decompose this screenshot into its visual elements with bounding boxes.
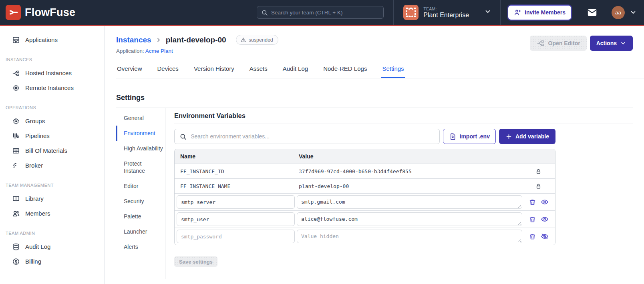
show-value-button[interactable] [541,215,549,223]
lock-icon [521,183,555,190]
sidebar-item-label: Audit Log [25,243,50,250]
settings-nav-environment[interactable]: Environment [116,126,164,141]
sidebar-section-instances: INSTANCES [0,57,105,62]
env-value-textarea[interactable]: alice@flowfuse.com [297,212,522,226]
show-value-button[interactable] [541,198,549,206]
settings-nav-general[interactable]: General [116,110,164,126]
env-value: 37f7d969-97cd-4000-b650-b3d4f4eef855 [299,168,521,174]
tab-node-red-logs[interactable]: Node-RED Logs [322,63,368,78]
sidebar-item-audit-log[interactable]: Audit Log [0,239,105,254]
breadcrumb-instances-link[interactable]: Instances [116,36,151,44]
column-header-value: Value [299,153,555,160]
hide-value-button[interactable] [541,232,549,240]
delete-variable-button[interactable] [529,233,536,240]
add-variable-button[interactable]: Add variable [499,129,555,144]
search-icon [179,133,187,140]
search-icon [261,9,268,16]
user-menu[interactable]: aa [605,6,644,19]
status-badge-label: suspended [249,37,273,43]
env-value-textarea[interactable]: smtp.gmail.com [297,195,522,209]
settings-nav-editor[interactable]: Editor [116,178,164,194]
actions-button[interactable]: Actions [590,36,633,51]
application-link[interactable]: Acme Plant [145,48,173,54]
table-row: FF_INSTANCE_ID 37f7d969-97cd-4000-b650-b… [175,164,555,178]
import-env-label: Import .env [460,133,490,140]
library-icon [12,195,20,203]
sidebar-item-remote-instances[interactable]: Remote Instances [0,80,105,95]
eye-off-icon [541,232,549,240]
env-search-input[interactable] [191,133,434,140]
team-search[interactable] [257,6,384,19]
sidebar-item-label: Billing [25,258,41,265]
sidebar-item-pipelines[interactable]: Pipelines [0,128,105,143]
tab-settings[interactable]: Settings [381,63,405,78]
table-header: Name Value [175,149,555,164]
trash-icon [529,198,536,206]
delete-variable-button[interactable] [529,216,536,223]
open-editor-button[interactable]: Open Editor [530,36,587,51]
user-add-icon [514,9,521,16]
sidebar-section-operations: OPERATIONS [0,105,105,110]
bill-of-materials-icon [12,147,20,155]
team-search-input[interactable] [271,10,379,16]
sidebar-item-library[interactable]: Library [0,191,105,206]
plus-icon [505,133,512,140]
sidebar-item-billing[interactable]: Billing [0,254,105,269]
settings-nav-alerts[interactable]: Alerts [116,239,164,254]
open-editor-label: Open Editor [548,40,580,46]
notifications-button[interactable] [587,7,598,18]
team-avatar [403,5,419,20]
status-badge: suspended [236,35,278,45]
sidebar-item-applications[interactable]: Applications [0,32,105,47]
settings-nav-launcher[interactable]: Launcher [116,224,164,239]
env-search[interactable] [174,129,440,144]
invite-members-button[interactable]: Invite Members [508,5,572,20]
settings-nav-protect-instance[interactable]: Protect Instance [116,156,164,178]
tab-overview[interactable]: Overview [116,63,143,78]
settings-nav: General Environment High Availability Pr… [116,108,164,279]
chevron-down-icon [620,40,626,46]
save-settings-button[interactable]: Save settings [174,256,217,267]
sidebar-item-label: Bill Of Materials [25,147,67,154]
delete-variable-button[interactable] [529,198,536,206]
team-label: TEAM: [423,6,469,11]
tab-version-history[interactable]: Version History [193,63,235,78]
sidebar-item-broker[interactable]: Broker [0,158,105,173]
env-name-input[interactable] [177,212,295,226]
members-icon [12,210,20,218]
add-variable-label: Add variable [515,133,549,140]
navbar-right: TEAM: Plant Enterprise Invite Members aa [393,0,644,25]
team-selector[interactable]: TEAM: Plant Enterprise [394,0,500,25]
sidebar-item-groups[interactable]: Groups [0,114,105,128]
lock-icon [521,168,555,175]
env-name: FF_INSTANCE_ID [175,168,299,174]
sidebar-item-hosted-instances[interactable]: Hosted Instances [0,66,105,80]
env-value-textarea[interactable] [297,230,522,243]
sidebar-item-bill-of-materials[interactable]: Bill Of Materials [0,143,105,158]
remote-instances-icon [12,84,20,92]
chevron-down-icon [630,9,637,16]
applications-icon [12,36,20,44]
environment-panel: Environment Variables Import .env [165,108,633,279]
tab-devices[interactable]: Devices [157,63,179,78]
import-env-button[interactable]: Import .env [443,129,496,144]
settings-nav-high-availability[interactable]: High Availability [116,141,164,156]
table-row: alice@flowfuse.com [175,210,555,228]
tab-assets[interactable]: Assets [249,63,268,78]
sidebar-item-members[interactable]: Members [0,206,105,221]
settings-nav-security[interactable]: Security [116,194,164,209]
panel-title: Environment Variables [174,112,633,124]
sidebar-section-team-management: TEAM MANAGEMENT [0,183,105,188]
sidebar-item-label: Applications [25,36,58,43]
table-row [175,228,555,245]
tab-audit-log[interactable]: Audit Log [282,63,309,78]
brand[interactable]: FlowFuse [6,0,75,25]
flowfuse-logo-icon [6,5,21,20]
node-red-icon [536,39,545,48]
settings-nav-palette[interactable]: Palette [116,209,164,224]
env-name-input[interactable] [177,230,295,243]
env-name-input[interactable] [177,195,295,209]
instance-name: plant-develop-00 [166,36,226,44]
sidebar-item-label: Members [25,210,50,217]
pipelines-icon [12,132,20,140]
